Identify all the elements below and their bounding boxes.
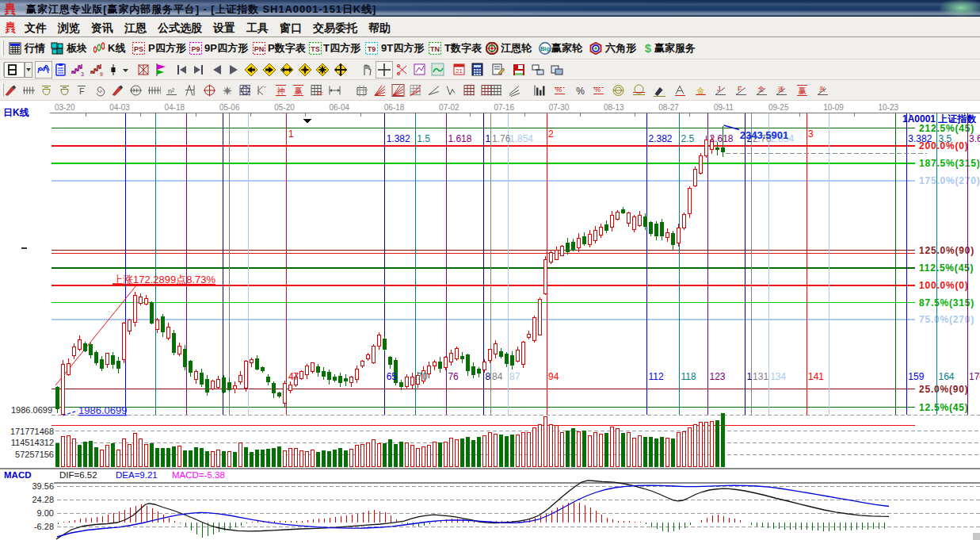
svg-text:07-02: 07-02 xyxy=(439,103,459,112)
svg-text:10-09: 10-09 xyxy=(823,103,844,112)
svg-text:141: 141 xyxy=(808,371,824,382)
svg-text:T9: T9 xyxy=(368,45,376,53)
svg-text:8: 8 xyxy=(486,371,491,382)
svg-text:上涨172.2899点8.73%: 上涨172.2899点8.73% xyxy=(112,274,216,285)
svg-text:PN: PN xyxy=(254,45,265,53)
svg-text:100.0%(0): 100.0%(0) xyxy=(919,280,969,291)
svg-text:": " xyxy=(264,85,266,90)
svg-text:P9: P9 xyxy=(191,45,200,53)
svg-text:1: 1 xyxy=(746,371,752,382)
svg-text:1: 1 xyxy=(486,133,491,144)
svg-text:Big: Big xyxy=(540,45,551,52)
svg-text:2343.5901: 2343.5901 xyxy=(740,129,788,141)
svg-text:03-20: 03-20 xyxy=(55,103,75,112)
svg-text:MACD: MACD xyxy=(4,470,32,480)
svg-text:TS: TS xyxy=(311,45,320,53)
svg-text:134: 134 xyxy=(770,371,786,382)
svg-text:164: 164 xyxy=(939,371,955,382)
svg-text:175.0%(270): 175.0%(270) xyxy=(919,175,980,186)
svg-text:1.382: 1.382 xyxy=(387,133,410,144)
svg-text:3.5: 3.5 xyxy=(939,133,952,144)
svg-text:金: 金 xyxy=(696,86,705,94)
svg-text:MACD=-5.38: MACD=-5.38 xyxy=(172,470,225,480)
svg-text:3.382: 3.382 xyxy=(908,133,932,144)
svg-text:118: 118 xyxy=(681,371,696,382)
svg-text:PS: PS xyxy=(134,45,143,53)
svg-text:-6.28: -6.28 xyxy=(34,522,54,531)
svg-text:70: 70 xyxy=(417,371,428,382)
svg-text:%: % xyxy=(594,85,601,93)
svg-text:25.0%(90): 25.0%(90) xyxy=(919,384,969,395)
svg-text:2.618: 2.618 xyxy=(710,133,734,144)
svg-text:09-11: 09-11 xyxy=(714,103,734,112)
svg-text:47: 47 xyxy=(288,371,299,382)
svg-text:75.0%(270): 75.0%(270) xyxy=(919,314,974,325)
svg-text:04-03: 04-03 xyxy=(109,103,130,112)
svg-text:09-25: 09-25 xyxy=(768,103,789,112)
svg-text:171771468: 171771468 xyxy=(10,427,54,436)
svg-text:2: 2 xyxy=(548,128,554,140)
svg-text:3: 3 xyxy=(808,128,814,140)
svg-text:125.0%(90): 125.0%(90) xyxy=(919,245,974,256)
svg-text:123: 123 xyxy=(710,371,726,382)
svg-text:$: $ xyxy=(645,42,652,55)
svg-text:%: % xyxy=(576,85,585,96)
svg-text:12.5%(45): 12.5%(45) xyxy=(919,402,969,413)
svg-text:06-04: 06-04 xyxy=(330,103,350,112)
svg-text:08-13: 08-13 xyxy=(604,103,624,112)
svg-text:131: 131 xyxy=(753,371,768,382)
svg-text:TN: TN xyxy=(430,45,440,53)
svg-text:84: 84 xyxy=(492,371,503,382)
svg-text:2.382: 2.382 xyxy=(649,133,673,144)
svg-text:87.5%(315): 87.5%(315) xyxy=(919,297,974,308)
svg-text:9: 9 xyxy=(100,71,103,77)
svg-text:DEA=9.21: DEA=9.21 xyxy=(116,470,158,480)
svg-text:87: 87 xyxy=(509,371,521,382)
svg-text:05-20: 05-20 xyxy=(274,103,295,112)
svg-text:123: 123 xyxy=(317,90,323,95)
svg-text:3.6: 3.6 xyxy=(969,133,980,144)
svg-text:3: 3 xyxy=(81,71,84,77)
svg-text:170: 170 xyxy=(969,371,980,382)
svg-text:1.76: 1.76 xyxy=(492,133,511,144)
svg-text:21: 21 xyxy=(456,67,463,75)
svg-text:76: 76 xyxy=(448,371,459,382)
svg-text:日K线: 日K线 xyxy=(3,107,29,118)
svg-text:04-18: 04-18 xyxy=(165,103,185,112)
svg-text:24.28: 24.28 xyxy=(32,495,54,504)
svg-text:2.5: 2.5 xyxy=(681,133,695,144)
svg-text:112: 112 xyxy=(649,371,664,382)
svg-text:05-06: 05-06 xyxy=(219,103,240,112)
svg-text:07-30: 07-30 xyxy=(549,103,570,112)
svg-text:1986.0699: 1986.0699 xyxy=(78,404,127,416)
svg-text:1A0001 上证指数: 1A0001 上证指数 xyxy=(902,113,977,124)
svg-text:F: F xyxy=(79,86,85,95)
svg-text:F: F xyxy=(738,84,742,92)
svg-text:65: 65 xyxy=(387,371,398,382)
svg-text:114514312: 114514312 xyxy=(11,438,54,447)
svg-text:1: 1 xyxy=(288,128,294,140)
svg-text:赢: 赢 xyxy=(799,86,806,94)
svg-text:06-18: 06-18 xyxy=(384,103,405,112)
svg-text:10-23: 10-23 xyxy=(879,103,899,112)
svg-text:112.5%(45): 112.5%(45) xyxy=(919,262,974,274)
svg-text:08-27: 08-27 xyxy=(658,103,679,112)
svg-text:57257156: 57257156 xyxy=(15,450,54,459)
svg-text:1.618: 1.618 xyxy=(448,133,471,144)
svg-text:94: 94 xyxy=(548,371,559,382)
svg-text:神: 神 xyxy=(277,86,285,94)
svg-text:1.854: 1.854 xyxy=(509,133,533,144)
svg-text:39.56: 39.56 xyxy=(32,481,54,491)
svg-text:%: % xyxy=(555,85,562,93)
svg-text:07-16: 07-16 xyxy=(494,103,514,112)
svg-text:1986.0699: 1986.0699 xyxy=(11,405,52,415)
svg-text:赢: 赢 xyxy=(295,86,303,94)
svg-text:9.00: 9.00 xyxy=(37,508,54,518)
svg-text:DIF=6.52: DIF=6.52 xyxy=(59,470,97,480)
svg-text:n²: n² xyxy=(168,86,174,94)
svg-text:1.5: 1.5 xyxy=(417,133,430,144)
svg-text:159: 159 xyxy=(908,371,924,382)
svg-text:187.5%(315): 187.5%(315) xyxy=(919,158,980,169)
